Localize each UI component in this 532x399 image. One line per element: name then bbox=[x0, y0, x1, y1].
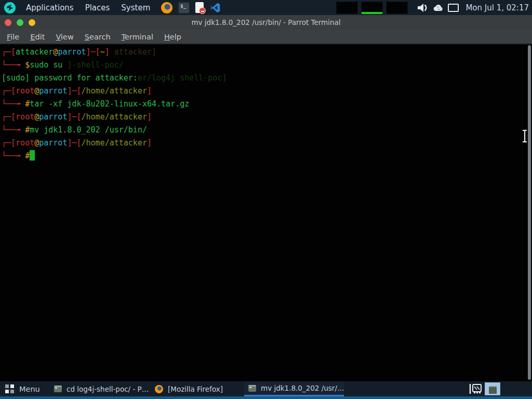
workspace-switcher bbox=[336, 2, 408, 14]
terminal-output[interactable]: ┌─[attacker@parrot]─[~] attacker]└──╼ $s… bbox=[0, 45, 532, 381]
menu-help[interactable]: Help bbox=[163, 33, 183, 41]
parrot-logo-icon[interactable] bbox=[4, 2, 16, 14]
tray-indicator-icon[interactable] bbox=[469, 383, 482, 395]
terminal-line: └──╼ #mv jdk1.8.0_202 /usr/bin/ bbox=[2, 124, 532, 137]
workspace-3[interactable] bbox=[386, 2, 408, 14]
mini-window-icon bbox=[489, 386, 497, 394]
terminal-icon bbox=[248, 385, 256, 392]
desktop-edge-strip bbox=[0, 396, 532, 399]
menu-view[interactable]: View bbox=[54, 33, 75, 41]
menu-grid-icon bbox=[5, 384, 14, 393]
workspace-1[interactable] bbox=[336, 2, 358, 14]
terminal-icon bbox=[54, 385, 62, 392]
menu-edit[interactable]: Edit bbox=[29, 33, 46, 41]
task-label: [Mozilla Firefox] bbox=[168, 385, 223, 393]
taskbar-menu-button[interactable]: Menu bbox=[5, 381, 40, 396]
workspace-pager[interactable] bbox=[485, 382, 500, 395]
terminal-cursor bbox=[30, 150, 35, 161]
task-terminal-1[interactable]: cd log4j-shell-poc/ - P… bbox=[50, 381, 150, 396]
terminal-icon[interactable]: $_ bbox=[178, 2, 190, 14]
terminal-line: └──╼ #tar -xf jdk-8u202-linux-x64.tar.gz bbox=[2, 98, 532, 111]
text-editor-icon[interactable] bbox=[195, 2, 204, 13]
vscode-icon[interactable] bbox=[209, 2, 221, 14]
taskbar-menu-label: Menu bbox=[19, 385, 40, 393]
terminal-scrollbar[interactable] bbox=[528, 45, 531, 380]
workspace-2-active[interactable] bbox=[361, 2, 383, 14]
terminal-line: └──╼ # bbox=[2, 150, 532, 163]
panel-status-area: Mon Jul 1, 02:17 bbox=[336, 2, 532, 14]
task-label: cd log4j-shell-poc/ - P… bbox=[66, 385, 149, 393]
mouse-ibeam-cursor bbox=[521, 129, 528, 143]
menu-search[interactable]: Search bbox=[83, 33, 112, 41]
menu-file[interactable]: File bbox=[5, 33, 21, 41]
terminal-line: ┌─[root@parrot]─[/home/attacker] bbox=[2, 85, 532, 98]
firefox-icon bbox=[155, 385, 163, 393]
volume-icon[interactable] bbox=[417, 2, 429, 14]
terminal-menubar: File Edit View Search Terminal Help bbox=[0, 30, 532, 45]
display-icon[interactable] bbox=[448, 4, 459, 12]
top-panel: Applications Places System $_ bbox=[0, 0, 532, 15]
terminal-line: ┌─[attacker@parrot]─[~] attacker] bbox=[2, 46, 532, 59]
panel-clock[interactable]: Mon Jul 1, 02:17 bbox=[466, 3, 529, 12]
terminal-line: ┌─[root@parrot]─[/home/attacker] bbox=[2, 111, 532, 124]
terminal-line: ┌─[root@parrot]─[/home/attacker] bbox=[2, 137, 532, 150]
task-label: mv jdk1.8.0_202 /usr/… bbox=[261, 384, 344, 392]
applications-menu[interactable]: Applications bbox=[20, 0, 79, 15]
cloud-sync-icon[interactable] bbox=[433, 3, 444, 12]
terminal-line: [sudo] password for attacker:er/log4j sh… bbox=[2, 72, 532, 85]
window-titlebar[interactable]: mv jdk1.8.0_202 /usr/bin/ - Parrot Termi… bbox=[0, 15, 532, 30]
places-menu[interactable]: Places bbox=[79, 0, 116, 15]
menu-terminal[interactable]: Terminal bbox=[120, 33, 155, 41]
firefox-icon[interactable] bbox=[161, 2, 172, 14]
window-title: mv jdk1.8.0_202 /usr/bin/ - Parrot Termi… bbox=[0, 15, 532, 30]
taskbar: Menu cd log4j-shell-poc/ - P… [Mozilla F… bbox=[0, 381, 532, 396]
task-firefox[interactable]: [Mozilla Firefox] bbox=[151, 381, 229, 396]
system-menu[interactable]: System bbox=[115, 0, 156, 15]
launcher-bar: $_ bbox=[161, 2, 221, 14]
desktop: Applications Places System $_ bbox=[0, 0, 532, 399]
terminal-line: └──╼ $sudo su ]-shell-poc/ bbox=[2, 59, 532, 72]
task-terminal-2-active[interactable]: mv jdk1.8.0_202 /usr/… bbox=[244, 381, 344, 396]
